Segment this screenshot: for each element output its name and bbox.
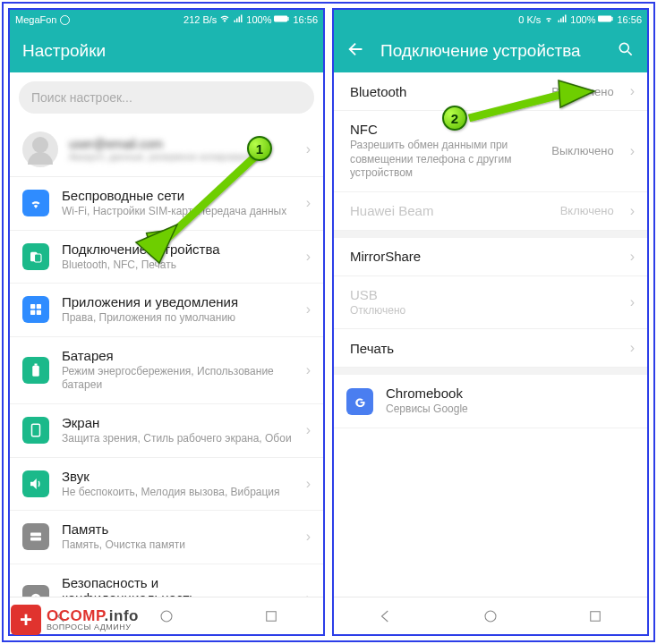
item-sub: Отключено	[350, 304, 618, 318]
settings-item-display[interactable]: Экран Защита зрения, Стиль рабочего экра…	[10, 404, 323, 458]
svg-rect-16	[266, 611, 276, 621]
search-input[interactable]: Поиск настроек...	[19, 81, 314, 114]
search-placeholder: Поиск настроек...	[31, 90, 132, 105]
item-title: Память	[62, 521, 294, 537]
speed-label: 0 K/s	[518, 14, 541, 25]
svg-rect-7	[37, 310, 41, 315]
chevron-right-icon: ›	[306, 195, 311, 211]
phone-left: MegaFon 212 B/s 100% 16:56 Настройки	[8, 8, 325, 636]
content-area: Bluetooth Выключено › NFC Разрешить обме…	[334, 72, 647, 597]
svg-point-19	[619, 43, 628, 52]
account-text: user@email.com Аккаунт, данные, резервно…	[69, 137, 295, 162]
logo-sub: ВОПРОСЫ АДМИНУ	[47, 623, 139, 631]
battery-label: 100%	[570, 14, 595, 25]
watermark-logo: + OCOMP.info ВОПРОСЫ АДМИНУ	[11, 605, 139, 635]
svg-rect-3	[35, 254, 42, 262]
nav-home-button[interactable]	[481, 606, 500, 626]
item-title: Bluetooth	[350, 84, 539, 99]
settings-item-apps[interactable]: Приложения и уведомления Права, Приложен…	[10, 284, 323, 337]
item-mirrorshare[interactable]: MirrorShare ›	[334, 231, 647, 276]
chevron-right-icon: ›	[306, 476, 311, 492]
item-sub: Режим энергосбережения, Использование ба…	[62, 365, 294, 393]
nav-recent-button[interactable]	[261, 606, 281, 626]
storage-icon	[22, 523, 49, 550]
chevron-right-icon: ›	[306, 362, 311, 378]
svg-rect-8	[32, 366, 39, 377]
time-label: 16:56	[293, 14, 318, 25]
chevron-right-icon: ›	[306, 422, 311, 438]
item-value: Выключено	[551, 144, 613, 157]
page-title: Подключение устройства	[380, 41, 602, 61]
svg-rect-12	[30, 538, 41, 541]
phone-right: 0 K/s 100% 16:56 Подключение устройства	[332, 8, 649, 636]
signal-icon	[233, 13, 243, 26]
item-title: Беспроводные сети	[62, 188, 294, 203]
item-title: Экран	[62, 415, 294, 430]
item-title: USB	[350, 287, 618, 302]
chevron-right-icon: ›	[630, 143, 635, 159]
carrier-label: MegaFon	[15, 14, 56, 25]
battery-label: 100%	[246, 14, 271, 25]
time-label: 16:56	[617, 14, 642, 25]
signal-icon	[557, 13, 567, 26]
item-title: Подключение устройства	[62, 242, 294, 257]
item-sub: Права, Приложения по умолчанию	[62, 311, 294, 326]
item-title: Huawei Beam	[350, 203, 548, 218]
battery-icon	[22, 357, 49, 384]
item-sub: Не беспокоить, Мелодия вызова, Вибрация	[62, 486, 294, 500]
item-sub: Разрешить обмен данными при совмещении т…	[350, 139, 539, 181]
chevron-right-icon: ›	[630, 83, 635, 99]
settings-item-storage[interactable]: Память Память, Очистка памяти ›	[10, 511, 323, 564]
item-title: Звук	[62, 469, 294, 484]
item-huawei-beam: Huawei Beam Включено ›	[334, 192, 647, 231]
item-usb: USB Отключено ›	[334, 276, 647, 330]
header: Подключение устройства	[334, 30, 647, 72]
status-bar: 0 K/s 100% 16:56	[334, 10, 647, 30]
back-arrow-icon[interactable]	[346, 39, 366, 64]
chevron-right-icon: ›	[630, 340, 635, 356]
avatar-icon	[22, 131, 58, 167]
nav-back-button[interactable]	[376, 606, 396, 626]
settings-item-battery[interactable]: Батарея Режим энергосбережения, Использо…	[10, 337, 323, 404]
chevron-right-icon: ›	[306, 529, 311, 545]
speed-label: 212 B/s	[183, 14, 217, 25]
nav-bar	[334, 597, 647, 634]
item-nfc[interactable]: NFC Разрешить обмен данными при совмещен…	[334, 111, 647, 192]
settings-item-security[interactable]: Безопасность и конфиденциальность Датчик…	[10, 564, 323, 597]
chevron-right-icon: ›	[306, 249, 311, 265]
account-sub: Аккаунт, данные, резервное копирование	[69, 151, 295, 162]
item-sub: Защита зрения, Стиль рабочего экрана, Об…	[62, 432, 294, 446]
search-icon[interactable]	[617, 40, 635, 63]
item-print[interactable]: Печать ›	[334, 329, 647, 368]
battery-icon	[598, 14, 614, 25]
svg-rect-4	[30, 304, 35, 309]
wifi-icon	[219, 13, 230, 26]
nav-recent-button[interactable]	[585, 606, 605, 626]
item-title: NFC	[350, 122, 539, 137]
item-sub: Память, Очистка памяти	[62, 538, 294, 553]
chevron-right-icon: ›	[630, 249, 635, 265]
chevron-right-icon: ›	[306, 590, 311, 597]
item-title: Печать	[350, 341, 618, 356]
svg-rect-9	[35, 363, 38, 365]
settings-item-sound[interactable]: Звук Не беспокоить, Мелодия вызова, Вибр…	[10, 458, 323, 512]
svg-rect-0	[274, 16, 287, 22]
item-bluetooth[interactable]: Bluetooth Выключено ›	[334, 72, 647, 111]
account-email: user@email.com	[69, 137, 295, 151]
nav-home-button[interactable]	[157, 606, 176, 626]
item-title: Батарея	[62, 348, 294, 363]
svg-rect-1	[288, 17, 289, 21]
display-icon	[22, 417, 49, 444]
apps-icon	[22, 296, 49, 323]
carrier-icon	[60, 15, 70, 25]
content-area: user@email.com Аккаунт, данные, резервно…	[10, 123, 323, 597]
settings-item-device-connection[interactable]: Подключение устройства Bluetooth, NFC, П…	[10, 231, 323, 284]
header: Настройки	[10, 30, 323, 72]
item-chromebook[interactable]: Chromebook Сервисы Google	[334, 368, 647, 428]
account-row[interactable]: user@email.com Аккаунт, данные, резервно…	[10, 123, 323, 177]
chromebook-icon	[346, 388, 373, 415]
item-title: Безопасность и конфиденциальность	[62, 575, 294, 597]
item-value: Выключено	[551, 85, 613, 98]
settings-item-wireless[interactable]: Беспроводные сети Wi-Fi, Настройки SIM-к…	[10, 177, 323, 231]
svg-point-20	[485, 611, 496, 622]
